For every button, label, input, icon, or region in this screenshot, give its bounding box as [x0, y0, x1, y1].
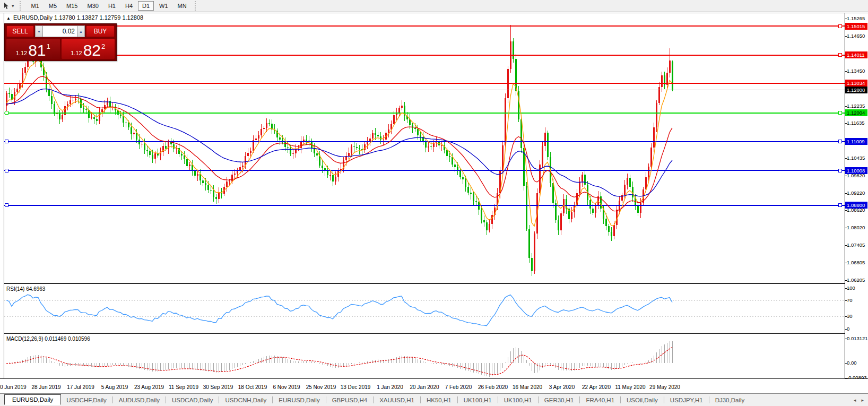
date-label: 29 May 2020	[646, 384, 683, 390]
timeframe-button-m15[interactable]: M15	[62, 1, 82, 11]
price-line-badge: 1.11009	[845, 138, 867, 145]
chart-tab-hk50-h1[interactable]: HK50,H1	[421, 395, 457, 405]
timeframe-button-d1[interactable]: D1	[138, 1, 154, 11]
macd-tick-label: 0.013121	[847, 335, 868, 341]
timeframe-button-h1[interactable]: H1	[104, 1, 120, 11]
chart-tab-eurusd-daily[interactable]: EURUSD,Daily	[273, 395, 325, 405]
date-label: 18 Oct 2019	[234, 384, 271, 390]
sell-price-big: 81	[28, 42, 46, 58]
tab-separator	[620, 396, 621, 403]
tabs-scroll-left-icon[interactable]: ◂	[854, 398, 856, 403]
collapse-arrow-icon[interactable]: ▲	[6, 16, 11, 21]
chart-tab-audusd-daily[interactable]: AUDUSD,Daily	[114, 395, 165, 405]
date-label: 25 Nov 2019	[302, 384, 340, 390]
chart-tab-usdcnh-daily[interactable]: USDCNH,Daily	[220, 395, 272, 405]
price-line-badge: 1.13034	[845, 80, 867, 87]
timeframe-button-w1[interactable]: W1	[155, 1, 172, 11]
rsi-tick-label: 100	[847, 285, 855, 291]
timeframe-button-m30[interactable]: M30	[83, 1, 103, 11]
chart-tab-usoil-daily[interactable]: USOil,Daily	[621, 395, 663, 405]
sell-price-pip: 1	[47, 42, 50, 50]
tab-separator	[420, 396, 421, 403]
buy-price-display[interactable]: 1.12 82 2	[62, 39, 115, 59]
date-axis: 10 Jun 201928 Jun 201917 Jul 20195 Aug 2…	[0, 379, 868, 393]
rsi-layer	[4, 295, 845, 325]
date-label: 11 May 2020	[612, 384, 649, 390]
price-axis: 1.152651.146501.134501.122351.116351.104…	[845, 0, 868, 406]
chart-symbol: EURUSD,Daily	[13, 14, 53, 21]
price-tick-label: 1.12235	[847, 103, 865, 109]
tab-separator	[112, 396, 113, 403]
tab-separator	[538, 396, 539, 403]
timeframe-toolbar: ▾ M1M5M15M30H1H4D1W1MN	[0, 0, 868, 12]
chart-ohlc-values: 1.13780 1.13827 1.12759 1.12808	[54, 14, 143, 21]
chart-tab-usdcad-daily[interactable]: USDCAD,Daily	[167, 395, 218, 405]
macd-layer	[6, 341, 672, 377]
buy-button[interactable]: BUY	[86, 25, 115, 37]
chart-tab-usdjpy-h1[interactable]: USDJPY,H1	[665, 395, 708, 405]
axis-ticks	[12, 19, 847, 381]
chart-tab-ger30-h1[interactable]: GER30,H1	[539, 395, 579, 405]
chart-tab-eurusd-daily[interactable]: EURUSD,Daily	[4, 394, 61, 405]
volume-input[interactable]	[43, 25, 77, 37]
tab-separator	[709, 396, 709, 403]
chart-tab-dj30-daily[interactable]: DJ30,Daily	[710, 395, 750, 405]
date-label: 11 Sep 2019	[165, 384, 202, 390]
price-tick-label: 1.15265	[847, 15, 865, 21]
toolbar-grip	[20, 1, 23, 11]
toolbar-grip	[195, 1, 198, 11]
volume-up-button[interactable]: ▲	[77, 25, 85, 37]
tab-separator	[457, 396, 458, 403]
macd-tick-label: 0.00	[847, 360, 857, 366]
chart-tab-fra40-h1[interactable]: FRA40,H1	[580, 395, 620, 405]
chart-tab-usdchf-daily[interactable]: USDCHF,Daily	[61, 395, 111, 405]
date-label: 7 Feb 2020	[440, 384, 477, 390]
tabs-scroll-right-icon[interactable]: ▸	[861, 398, 864, 403]
chart-tab-uk100-h1[interactable]: UK100,H1	[458, 395, 497, 405]
price-tick-label: 1.11635	[847, 120, 865, 126]
sell-button[interactable]: SELL	[6, 25, 34, 37]
tab-separator	[498, 396, 498, 403]
tab-separator	[326, 396, 326, 403]
timeframe-button-m1[interactable]: M1	[27, 1, 44, 11]
date-label: 17 Jul 2019	[62, 384, 99, 390]
timeframe-button-mn[interactable]: MN	[173, 1, 191, 11]
date-label: 23 Aug 2019	[131, 384, 168, 390]
mt4-window: ▾ M1M5M15M30H1H4D1W1MN ▲EURUSD,Daily 1.1…	[0, 0, 868, 406]
cursor-tool-icon[interactable]	[1, 1, 12, 11]
sell-price-display[interactable]: 1.12 81 1	[6, 39, 60, 59]
chart-tab-gbpusd-h4[interactable]: GBPUSD,H4	[327, 395, 372, 405]
price-tick-label: 1.10435	[847, 155, 865, 161]
chevron-down-icon[interactable]: ▾	[12, 3, 14, 8]
date-label: 1 Jan 2020	[371, 384, 409, 390]
sell-price-small: 1.12	[16, 50, 27, 56]
one-click-trade-panel: SELL ▼ ▲ BUY 1.12 81 1 1.12 82 2	[4, 23, 117, 61]
timeframe-buttons: M1M5M15M30H1H4D1W1MN	[27, 1, 192, 11]
price-tick-label: 1.09220	[847, 190, 865, 196]
price-tick-label: 1.14650	[847, 33, 865, 39]
price-tick-label: 1.13450	[847, 68, 865, 74]
tab-separator	[664, 396, 664, 403]
tab-separator	[272, 396, 273, 403]
date-label: 5 Aug 2019	[96, 384, 133, 390]
tab-separator	[166, 396, 166, 403]
chart-title: ▲EURUSD,Daily 1.13780 1.13827 1.12759 1.…	[6, 14, 143, 21]
price-tick-label: 1.08020	[847, 224, 865, 230]
rsi-tick-label: 0	[847, 326, 849, 332]
date-label: 10 Jun 2019	[0, 384, 30, 390]
volume-down-button[interactable]: ▼	[35, 25, 43, 37]
moving-averages-layer	[6, 60, 672, 226]
price-line-badge: 1.12004	[845, 109, 867, 116]
price-tick-label: 1.07405	[847, 242, 865, 248]
buy-price-pip: 2	[101, 42, 105, 50]
chart-tab-xauusd-h1[interactable]: XAUUSD,H1	[374, 395, 420, 405]
date-label: 28 Jun 2019	[28, 384, 65, 390]
macd-label: MACD(12,26,9) 0.011469 0.010596	[6, 336, 90, 342]
date-label: 3 Apr 2020	[543, 384, 580, 390]
timeframe-button-h4[interactable]: H4	[121, 1, 137, 11]
rsi-tick-label: 30	[847, 313, 853, 319]
chart-canvas[interactable]	[0, 0, 868, 406]
timeframe-button-m5[interactable]: M5	[45, 1, 61, 11]
buy-price-small: 1.12	[71, 50, 82, 56]
chart-tab-uk100-h1[interactable]: UK100,H1	[499, 395, 537, 405]
